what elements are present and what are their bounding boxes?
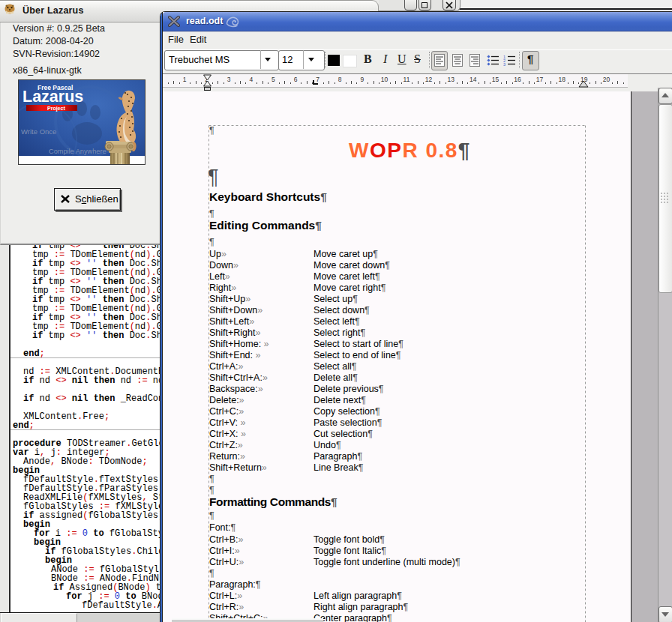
svg-text:Write Once: Write Once xyxy=(21,127,56,136)
svg-text:Compile Anywhere: Compile Anywhere xyxy=(49,148,106,155)
svg-text:3: 3 xyxy=(503,62,506,66)
svg-text:Project: Project xyxy=(47,106,65,112)
svg-text:Lazarus: Lazarus xyxy=(22,88,83,106)
